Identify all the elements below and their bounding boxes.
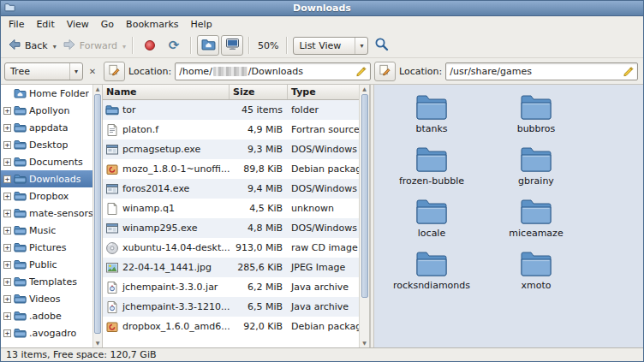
sidebar-item-public[interactable]: +Public [1,256,92,273]
sidebar-item-videos[interactable]: +Videos [1,290,92,307]
scroll-up-icon[interactable]: ▲ [360,85,369,93]
column-header-name[interactable]: Name [103,85,230,99]
edit-location-right-button[interactable] [374,62,396,81]
toolbar-separator [248,37,250,54]
file-row-tor[interactable]: tor45 itemsfolder [103,100,359,120]
menu-go[interactable]: Go [95,16,120,33]
sidebar-mode-select[interactable]: Tree ▾ [4,62,83,80]
expander-icon[interactable]: + [3,210,11,217]
expander-icon[interactable]: + [3,158,11,166]
panes-bar: Tree ▾ ✕ Location: /home//Downloads Loca… [1,58,643,84]
game-folder-frozen-bubble[interactable]: frozen-bubble [379,145,484,198]
search-button[interactable] [370,35,392,56]
sidebar-item-avogadro[interactable]: +.avogadro [1,324,92,341]
sidebar-item-documents[interactable]: +Documents [1,153,92,170]
reload-button[interactable]: ⟳ [163,35,185,56]
folder-file-icon [105,104,119,116]
sidebar-item-apollyon[interactable]: +Apollyon [1,102,92,119]
reload-icon: ⟳ [169,39,180,52]
file-row-xubuntu-14-04-deskt[interactable]: xubuntu-14.04-deskt...913,0 MiBraw CD im… [103,238,359,258]
menu-bookmarks[interactable]: Bookmarks [120,16,184,33]
sidebar-item-pictures[interactable]: +Pictures [1,239,92,256]
file-list-scrollbar[interactable]: ▲ ▼ [359,85,370,347]
expander-icon[interactable]: + [3,312,11,320]
file-row-jchempaint-3-3-1210[interactable]: jchempaint-3.3-1210...6,5 MiBJava archiv… [103,297,359,317]
titlebar[interactable]: Downloads [1,1,643,16]
expander-icon[interactable]: + [3,261,11,269]
file-row-jchempaint-3-3-0-jar[interactable]: jchempaint-3.3.0.jar6,2 MiBJava archive [103,277,359,297]
expander-icon[interactable]: + [3,329,11,337]
game-folder-xmoto[interactable]: xmoto [484,250,588,302]
folder-icon [520,145,552,175]
scroll-up-icon[interactable]: ▲ [93,85,102,93]
close-sidebar-button[interactable]: ✕ [85,63,100,79]
edit-icon [379,63,391,79]
edit-location-left-button[interactable] [104,62,125,81]
sidebar-item-dropbox[interactable]: +Dropbox [1,187,92,205]
forward-history-chevron-icon[interactable]: ▾ [122,41,126,50]
folder-icon [520,198,552,227]
file-row-pcmagsetup-exe[interactable]: pcmagsetup.exe9,3 MiBDOS/Windows ex [103,139,359,159]
file-row-winamp-q1[interactable]: winamp.q14,5 KiBunknown [103,199,359,218]
scrollbar-thumb[interactable] [94,94,101,334]
toolbar-separator [132,37,134,54]
scroll-down-icon[interactable]: ▼ [93,339,102,347]
expander-icon[interactable]: + [3,227,11,234]
file-row-mozo-1-8-0-1-unoffi[interactable]: mozo_1.8.0-1~unoffi...89,8 KiBDebian pac… [103,159,359,179]
expander-icon[interactable]: + [3,295,11,303]
file-row-winamp295-exe[interactable]: winamp295.exe4,8 MiBDOS/Windows ex [103,218,359,238]
game-folder-rocksndiamonds[interactable]: rocksndiamonds [379,250,484,302]
expander-icon[interactable]: + [3,107,11,115]
menu-file[interactable]: File [3,16,30,33]
sidebar-item-desktop[interactable]: +Desktop [1,136,92,153]
game-folder-gbrainy[interactable]: gbrainy [484,145,588,198]
expander-icon[interactable]: + [3,124,11,132]
column-header-size[interactable]: Size [230,85,288,99]
file-row-dropbox-1-6-0-amd6[interactable]: dropbox_1.6.0_amd6...92,0 KiBDebian pack… [103,317,359,336]
file-row-22-04-14-1441-jpg[interactable]: 22-04-14_1441.jpg285,6 KiBJPEG Image [103,258,359,277]
menu-view[interactable]: View [61,16,95,33]
sidebar-item-music[interactable]: +Music [1,222,92,239]
column-header-type[interactable]: Type [288,85,359,99]
back-button[interactable]: Back [4,36,51,56]
home-button[interactable] [197,35,219,56]
sidebar-item-home-folder[interactable]: Home Folder [1,85,92,102]
file-row-foros2014-exe[interactable]: foros2014.exe9,4 MiBDOS/Windows ex [103,179,359,199]
location-input-left[interactable]: /home//Downloads [175,62,371,80]
expander-icon[interactable]: + [3,175,11,183]
sidebar-item-appdata[interactable]: +appdata [1,119,92,136]
sidebar-item-templates[interactable]: +Templates [1,273,92,290]
game-folder-locale[interactable]: locale [379,198,484,250]
game-folder-miceamaze[interactable]: miceamaze [484,198,588,250]
sidebar-item-adobe[interactable]: +.adobe [1,307,92,324]
sidebar-item-downloads[interactable]: +Downloads [1,170,92,187]
sidebar-item-label: Videos [29,294,61,305]
sidebar-item-label: .avogadro [29,328,76,339]
game-folder-label: btanks [415,123,447,134]
back-label: Back [25,40,48,51]
sidebar-scrollbar[interactable]: ▲ ▼ [92,85,103,347]
expander-icon[interactable]: + [3,141,11,149]
game-folder-btanks[interactable]: btanks [379,93,484,145]
location-input-right[interactable]: /usr/share/games [445,62,638,80]
menu-help[interactable]: Help [185,16,218,33]
expander-icon[interactable]: + [3,278,11,286]
sidebar-item-mate-sensors[interactable]: +mate-sensors- [1,205,92,222]
game-folder-bubbros[interactable]: bubbros [484,93,588,145]
back-history-chevron-icon[interactable]: ▾ [53,41,57,50]
file-row-platon-f[interactable]: platon.f4,9 MiBFortran source co [103,120,359,139]
file-type: DOS/Windows ex [288,144,359,155]
forward-button[interactable]: Forward [59,36,121,56]
scroll-down-icon[interactable]: ▼ [360,339,369,347]
file-type: Debian package [288,163,359,175]
stop-button[interactable] [139,35,161,56]
expander-icon[interactable]: + [3,244,11,252]
menu-edit[interactable]: Edit [30,16,60,33]
sidebar-item-label: Documents [29,157,83,168]
pencil-icon[interactable] [355,66,367,77]
computer-button[interactable] [221,35,243,56]
pencil-icon[interactable] [623,66,634,77]
view-mode-select[interactable]: List View ▾ [293,37,368,55]
expander-icon[interactable]: + [3,193,11,200]
scrollbar-thumb[interactable] [361,94,368,298]
